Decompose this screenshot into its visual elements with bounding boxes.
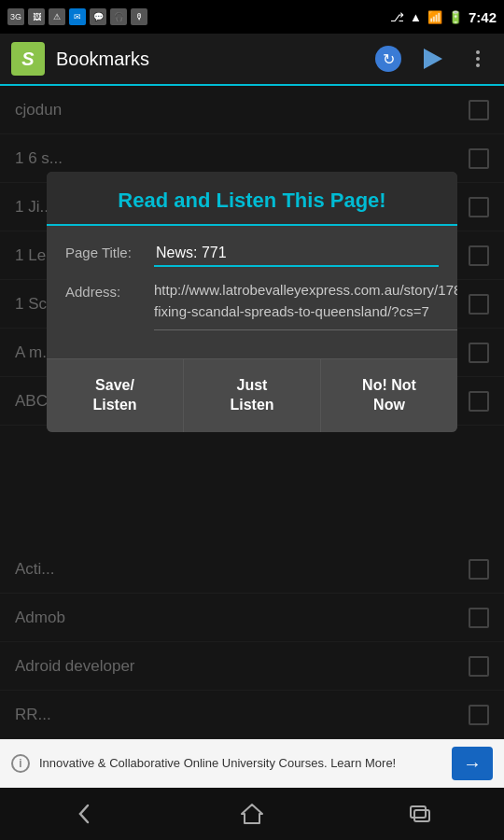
status-icons-left: 3G 🖼 ⚠ ✉ 💬 🎧 🎙 [7, 8, 147, 25]
svg-rect-2 [414, 810, 429, 821]
read-listen-dialog: Read and Listen This Page! Page Title: A… [47, 172, 457, 432]
nav-bar [0, 788, 504, 840]
play-button[interactable] [418, 44, 448, 74]
sim-icon: 3G [7, 8, 24, 25]
back-icon [71, 801, 97, 827]
app-title: Bookmarks [56, 49, 362, 70]
recents-button[interactable] [392, 795, 448, 833]
mic-icon: 🎙 [131, 8, 147, 25]
home-button[interactable] [224, 795, 280, 833]
ad-info-icon: i [11, 754, 30, 773]
page-title-input[interactable] [154, 241, 439, 267]
outlook-icon: ✉ [69, 8, 86, 25]
refresh-icon: ↻ [375, 46, 401, 72]
more-options-button[interactable] [463, 44, 493, 74]
back-button[interactable] [56, 795, 112, 833]
img-icon: 🖼 [28, 8, 45, 25]
status-bar: 3G 🖼 ⚠ ✉ 💬 🎧 🎙 ⎇ ▲ 📶 🔋 7:42 [0, 0, 504, 34]
dialog-title: Read and Listen This Page! [65, 189, 439, 213]
status-icons-right: ⎇ ▲ 📶 🔋 7:42 [390, 9, 497, 25]
page-title-row: Page Title: [65, 241, 439, 267]
app-bar: S Bookmarks ↻ [0, 34, 504, 86]
app-bar-actions: ↻ [373, 44, 493, 74]
play-icon [420, 46, 446, 72]
battery-icon: 🔋 [448, 10, 463, 24]
no-not-now-button[interactable]: No! NotNow [321, 359, 457, 432]
svg-rect-1 [411, 806, 426, 818]
ad-text: Innovative & Collaborative Online Univer… [39, 755, 452, 772]
svg-marker-0 [242, 805, 262, 823]
warning-icon: ⚠ [49, 8, 65, 25]
app-logo: S [11, 42, 45, 76]
dialog-body: Page Title: Address: http://www.latrobev… [47, 226, 457, 358]
page-title-label: Page Title: [65, 241, 154, 260]
wifi-icon: ▲ [410, 10, 422, 24]
ad-banner: i Innovative & Collaborative Online Univ… [0, 739, 504, 788]
main-content: cjodun 1 6 s... 1 Ji... 1 Le... 1 Sc... … [0, 86, 504, 739]
dialog-buttons: Save/Listen JustListen No! NotNow [47, 358, 457, 432]
dots-menu-icon [476, 50, 480, 67]
refresh-button[interactable]: ↻ [373, 44, 403, 74]
just-listen-button[interactable]: JustListen [184, 359, 321, 432]
address-row: Address: http://www.latrobevalleyexpress… [65, 280, 439, 330]
home-icon [240, 802, 264, 826]
status-time: 7:42 [469, 9, 497, 25]
msg-icon: 💬 [90, 8, 106, 25]
address-label: Address: [65, 280, 154, 300]
recents-icon [408, 802, 432, 826]
signal-icon: 📶 [427, 10, 442, 24]
ad-arrow-button[interactable]: → [452, 747, 493, 780]
save-listen-button[interactable]: Save/Listen [47, 359, 184, 432]
bluetooth-icon: ⎇ [390, 10, 404, 24]
dialog-header: Read and Listen This Page! [47, 172, 457, 226]
address-value: http://www.latrobevalleyexpress.com.au/s… [154, 280, 457, 330]
ad-arrow-icon: → [463, 753, 482, 775]
headphone-icon: 🎧 [110, 8, 127, 25]
